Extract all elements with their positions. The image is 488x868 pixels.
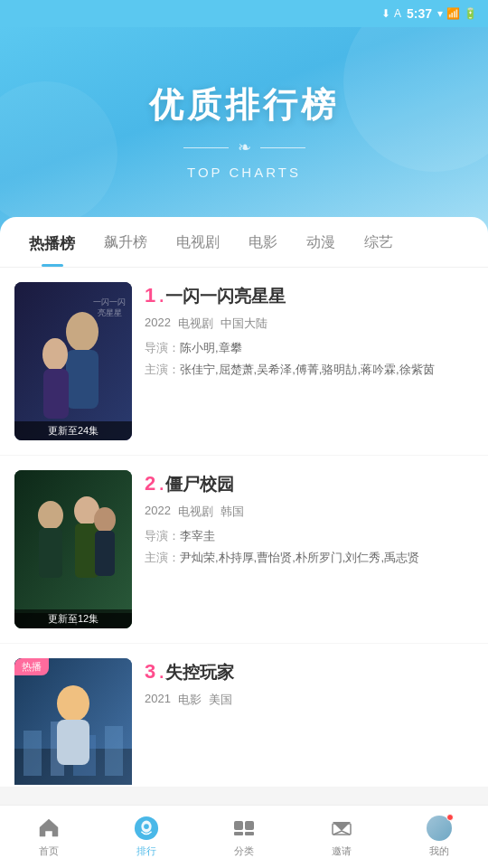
hot-badge-3: 热播 [14,658,49,675]
svg-point-22 [57,685,89,722]
page-subtitle: TOP CHARTS [187,165,301,180]
show-director-1: 导演：陈小明,章攀 [145,339,474,357]
show-meta-1: 2022 电视剧 中国大陆 [145,316,474,332]
show-country-3: 美国 [209,692,232,708]
tab-hot[interactable]: 热播榜 [14,217,89,267]
nav-item-category[interactable]: 分类 [195,816,293,858]
svg-rect-18 [23,731,42,776]
cast-label-1: 主演： [145,363,180,376]
episode-badge-1: 更新至24集 [14,421,132,440]
tab-bar: 热播榜 飙升榜 电视剧 电影 动漫 综艺 [0,217,488,268]
rank-title-2: 2 . 僵尸校园 [145,472,474,496]
rank-number-1: 1 [145,284,155,307]
show-year-3: 2021 [145,692,171,708]
rank-title-3: 3 . 失控玩家 [145,660,474,684]
user-avatar [427,816,452,841]
cast-label-2: 主演： [145,551,180,564]
signal-icons: ▾ 📶 🔋 [437,7,477,20]
svg-point-12 [94,507,116,533]
svg-rect-23 [57,720,89,765]
show-type-3: 电影 [178,692,202,708]
rank-dot-2: . [159,476,164,495]
show-poster-1: 一闪一闪 亮星星 更新至24集 [14,282,132,440]
show-poster-2: 더 更新至12集 [14,470,132,628]
divider-line-right [260,147,305,148]
page-title: 优质排行榜 [149,82,339,128]
rank-dot-1: . [159,288,164,307]
svg-rect-21 [105,726,123,776]
category-icon [231,816,257,841]
nav-item-mine[interactable]: 我的 [390,816,488,858]
nav-label-category: 分类 [234,844,254,858]
show-info-2: 2 . 僵尸校园 2022 电视剧 韩国 导演：李宰圭 主演：尹灿荣,朴持厚,曹… [145,470,474,628]
status-icons: ⬇ A [381,7,401,20]
show-year-1: 2022 [145,316,171,332]
show-title-2: 僵尸校园 [165,473,234,496]
rank-icon [134,816,159,841]
show-cast-2: 主演：尹灿荣,朴持厚,曹怡贤,朴所罗门,刘仁秀,禹志贤 [145,549,474,567]
show-poster-3: 热播 [14,658,132,785]
show-title-1: 一闪一闪亮星星 [165,285,286,308]
tab-anime[interactable]: 动漫 [292,217,350,267]
show-info-3: 3 . 失控玩家 2021 电影 美国 [145,658,474,785]
battery-icon: 🔋 [464,7,477,20]
nav-item-home[interactable]: 首页 [0,816,98,858]
director-label-1: 导演： [145,341,180,354]
show-meta-3: 2021 电影 美国 [145,692,474,708]
nav-label-invite: 邀请 [332,844,352,858]
bottom-nav: 首页 排行 分类 [0,805,488,868]
nav-item-rank[interactable]: 排行 [98,816,195,858]
header-hero: 优质排行榜 ❧ TOP CHARTS [0,27,488,235]
show-country-2: 韩国 [221,504,244,520]
svg-point-8 [38,501,63,530]
signal-icon: 📶 [446,7,460,20]
nav-label-rank: 排行 [136,844,156,858]
svg-rect-13 [95,531,115,576]
show-info-1: 1 . 一闪一闪亮星星 2022 电视剧 中国大陆 导演：陈小明,章攀 主演：张… [145,282,474,440]
mine-icon [427,816,452,841]
svg-rect-27 [234,821,243,830]
svg-text:亮星星: 亮星星 [98,308,122,317]
episode-badge-2: 更新至12集 [14,609,132,628]
header-divider: ❧ [183,137,305,157]
show-cast-1: 主演：张佳宁,屈楚萧,吴希泽,傅菁,骆明劼,蒋吟霖,徐紫茵 [145,361,474,379]
svg-point-26 [144,824,149,829]
wifi-icon: ▾ [437,7,443,20]
show-type-1: 电视剧 [178,316,213,332]
show-country-1: 中国大陆 [221,316,267,332]
nav-item-invite[interactable]: 邀请 [293,816,390,858]
svg-rect-4 [43,369,69,419]
svg-text:一闪一闪: 一闪一闪 [93,297,126,307]
tab-tv[interactable]: 电视剧 [162,217,234,267]
rank-title-1: 1 . 一闪一闪亮星星 [145,284,474,308]
invite-icon [329,816,354,841]
rank-number-3: 3 [145,660,155,684]
main-content: 热播榜 飙升榜 电视剧 电影 动漫 综艺 [0,217,488,787]
tab-variety[interactable]: 综艺 [350,217,408,267]
show-title-3: 失控玩家 [165,661,234,684]
list-item[interactable]: 一闪一闪 亮星星 更新至24集 1 . 一闪一闪亮星星 2022 电视剧 中国大… [0,268,488,456]
rank-number-2: 2 [145,472,155,495]
show-meta-2: 2022 电视剧 韩国 [145,504,474,520]
show-year-2: 2022 [145,504,171,520]
rank-dot-3: . [159,664,164,683]
list-item[interactable]: 더 更新至12集 2 . 僵尸校园 2022 电视剧 韩国 导演：李宰圭 [0,456,488,644]
ornament-icon: ❧ [238,137,251,157]
svg-rect-29 [234,832,243,835]
download-icon: ⬇ [381,7,390,20]
tab-movie[interactable]: 电影 [234,217,292,267]
nav-label-home: 首页 [39,844,59,858]
divider-line-left [183,147,229,148]
svg-rect-9 [39,528,62,578]
home-icon [36,816,61,841]
nav-label-mine: 我的 [429,844,449,858]
show-director-2: 导演：李宰圭 [145,527,474,545]
svg-rect-30 [245,832,254,835]
svg-point-3 [42,338,68,371]
status-time: 5:37 [407,6,432,21]
font-icon: A [394,7,401,20]
director-label-2: 导演： [145,529,180,542]
list-item[interactable]: 热播 3 . 失控玩家 2021 电影 美国 [0,644,488,785]
tab-rising[interactable]: 飙升榜 [89,217,162,267]
show-type-2: 电视剧 [178,504,213,520]
